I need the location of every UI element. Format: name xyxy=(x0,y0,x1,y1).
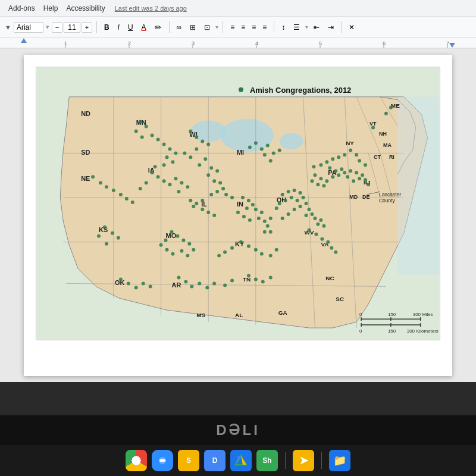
svg-point-133 xyxy=(198,163,201,167)
svg-point-247 xyxy=(149,284,152,288)
svg-text:RI: RI xyxy=(389,154,394,160)
font-size-field[interactable]: 11 xyxy=(64,22,80,33)
arrow-icon[interactable]: ➤ xyxy=(293,450,314,471)
toolbar-separator-2 xyxy=(169,21,170,33)
svg-point-116 xyxy=(322,224,325,228)
svg-point-114 xyxy=(316,223,320,226)
font-menu-icon[interactable]: ▼ xyxy=(5,24,11,31)
svg-point-197 xyxy=(145,181,148,184)
outdent[interactable]: ⇤ xyxy=(311,22,322,33)
highlight-button[interactable]: ✏ xyxy=(152,21,165,33)
svg-point-104 xyxy=(299,205,302,208)
svg-point-217 xyxy=(269,254,273,258)
svg-point-208 xyxy=(186,254,189,258)
svg-point-202 xyxy=(187,242,191,246)
svg-point-192 xyxy=(168,183,172,186)
svg-point-209 xyxy=(192,248,195,252)
menu-addons[interactable]: Add-ons xyxy=(5,3,39,14)
svg-text:300 Kilometers: 300 Kilometers xyxy=(407,328,439,334)
slides-icon[interactable]: S xyxy=(178,450,199,471)
menu-accessibility[interactable]: Accessibility xyxy=(62,3,108,14)
document-page: Amish Congregations, 2012 ND MN SD WI MI… xyxy=(24,55,452,376)
clear-format[interactable]: ✕ xyxy=(346,22,358,33)
svg-rect-273 xyxy=(159,459,165,462)
svg-point-82 xyxy=(355,171,358,174)
align-justify[interactable]: ≡ xyxy=(259,22,270,33)
svg-point-246 xyxy=(142,281,145,285)
svg-point-189 xyxy=(151,171,154,174)
table-button[interactable]: ⊡ xyxy=(201,22,213,33)
svg-point-109 xyxy=(275,206,278,210)
svg-text:1: 1 xyxy=(64,40,67,46)
svg-point-236 xyxy=(131,201,134,204)
svg-point-140 xyxy=(215,190,219,193)
svg-point-89 xyxy=(310,179,314,183)
svg-text:150: 150 xyxy=(388,328,396,334)
svg-point-95 xyxy=(281,193,284,196)
map-container: Amish Congregations, 2012 ND MN SD WI MI… xyxy=(36,67,440,340)
font-color-button[interactable]: A xyxy=(139,22,149,33)
svg-point-227 xyxy=(117,236,120,240)
align-left[interactable]: ≡ xyxy=(227,22,237,33)
svg-point-76 xyxy=(334,169,337,173)
svg-text:0: 0 xyxy=(359,312,362,317)
svg-point-77 xyxy=(340,167,343,171)
svg-point-250 xyxy=(320,237,324,241)
svg-point-103 xyxy=(305,202,308,205)
svg-point-137 xyxy=(212,179,216,183)
ruler: 1 2 3 4 5 6 7 xyxy=(0,38,476,49)
svg-point-214 xyxy=(230,246,234,250)
svg-point-149 xyxy=(206,211,210,214)
docs-icon[interactable]: D xyxy=(204,450,226,471)
svg-point-222 xyxy=(269,275,273,279)
svg-point-203 xyxy=(164,239,168,242)
bold-button[interactable]: B xyxy=(101,22,112,33)
menu-items: Add-ons Help Accessibility Last edit was… xyxy=(5,3,187,14)
zoom-icon[interactable] xyxy=(152,450,173,471)
font-selector[interactable]: Arial xyxy=(14,22,43,33)
link-button[interactable]: ∞ xyxy=(174,22,185,33)
table-dropdown[interactable]: ▾ xyxy=(215,24,218,30)
align-center[interactable]: ≡ xyxy=(238,22,248,33)
svg-point-190 xyxy=(156,175,160,178)
drive-icon[interactable] xyxy=(230,450,252,471)
svg-point-139 xyxy=(221,187,225,190)
image-button[interactable]: ⊞ xyxy=(187,22,199,33)
font-size-increase[interactable]: + xyxy=(82,22,92,33)
svg-point-177 xyxy=(145,125,148,129)
menu-help[interactable]: Help xyxy=(40,3,62,14)
svg-point-221 xyxy=(261,280,265,283)
svg-point-213 xyxy=(260,252,264,256)
list-dropdown[interactable]: ▾ xyxy=(305,24,308,30)
svg-point-120 xyxy=(245,206,249,210)
svg-text:AL: AL xyxy=(235,312,243,318)
svg-point-138 xyxy=(218,181,222,184)
svg-point-18 xyxy=(220,119,274,152)
indent[interactable]: ⇥ xyxy=(325,22,337,33)
files-icon[interactable]: 📁 xyxy=(329,450,350,471)
svg-point-108 xyxy=(278,202,281,205)
svg-point-115 xyxy=(319,218,322,222)
sheets-icon[interactable]: Sh xyxy=(256,450,278,471)
chrome-icon[interactable] xyxy=(126,450,147,471)
svg-point-195 xyxy=(186,185,189,189)
font-size-decrease[interactable]: − xyxy=(52,22,62,33)
underline-button[interactable]: U xyxy=(125,22,136,33)
svg-point-119 xyxy=(251,203,255,206)
toolbar-separator-3 xyxy=(223,21,223,33)
svg-point-249 xyxy=(314,233,318,236)
list-indent[interactable]: ☰ xyxy=(290,22,303,33)
italic-button[interactable]: I xyxy=(115,22,123,33)
svg-point-184 xyxy=(174,151,177,155)
toolbar-separator-5 xyxy=(341,21,342,33)
svg-point-206 xyxy=(171,252,174,256)
svg-point-101 xyxy=(296,199,299,202)
svg-point-185 xyxy=(165,155,169,159)
line-spacing[interactable]: ↕ xyxy=(278,22,288,33)
svg-text:300 Miles: 300 Miles xyxy=(413,312,433,317)
svg-point-224 xyxy=(223,283,227,287)
svg-point-237 xyxy=(177,275,180,279)
svg-point-79 xyxy=(331,175,334,178)
align-right[interactable]: ≡ xyxy=(249,22,259,33)
svg-point-175 xyxy=(312,165,315,168)
